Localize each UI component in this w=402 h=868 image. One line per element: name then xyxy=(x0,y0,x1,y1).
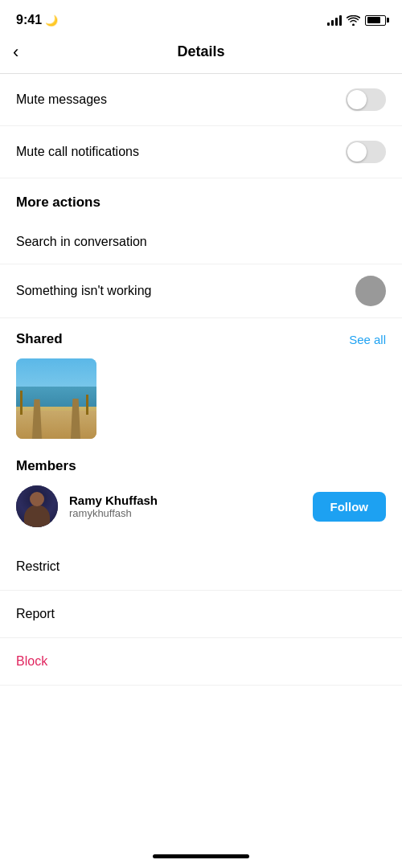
status-bar: 9:41 🌙 xyxy=(0,0,402,35)
report-issue-label: Something isn't working xyxy=(16,284,151,298)
signal-icon xyxy=(327,14,342,26)
shared-header: Shared See all xyxy=(16,331,386,347)
block-label: Block xyxy=(16,654,47,668)
status-icons xyxy=(327,14,386,26)
moon-icon: 🌙 xyxy=(45,14,58,27)
beach-fence-left xyxy=(20,391,23,415)
mute-messages-label: Mute messages xyxy=(16,92,107,107)
header: ‹ Details xyxy=(0,35,402,73)
shared-section: Shared See all xyxy=(0,318,402,445)
avatar-person xyxy=(24,505,50,527)
member-avatar xyxy=(16,485,58,527)
wifi-icon xyxy=(347,15,360,26)
shared-image[interactable] xyxy=(16,358,96,439)
block-row[interactable]: Block xyxy=(0,638,402,686)
more-actions-section-header: More actions xyxy=(0,178,402,220)
search-in-conversation-row[interactable]: Search in conversation xyxy=(0,220,402,264)
back-button[interactable]: ‹ xyxy=(13,42,18,63)
shared-title: Shared xyxy=(16,331,63,347)
report-label: Report xyxy=(16,607,55,620)
mute-calls-label: Mute call notifications xyxy=(16,145,139,159)
member-row: Ramy Khuffash ramykhuffash Follow xyxy=(16,485,386,527)
avatar-head xyxy=(30,492,44,506)
battery-icon xyxy=(365,15,386,26)
page-title: Details xyxy=(177,43,224,60)
beach-water xyxy=(16,387,96,407)
beach-sand xyxy=(16,411,96,439)
member-name: Ramy Khuffash xyxy=(69,493,302,507)
follow-button[interactable]: Follow xyxy=(313,492,387,522)
see-all-button[interactable]: See all xyxy=(349,333,386,346)
member-info: Ramy Khuffash ramykhuffash xyxy=(69,493,302,519)
member-username: ramykhuffash xyxy=(69,507,302,519)
members-title: Members xyxy=(16,458,386,474)
home-indicator xyxy=(153,854,249,858)
mute-messages-row: Mute messages xyxy=(0,74,402,126)
members-section: Members Ramy Khuffash ramykhuffash Follo… xyxy=(0,445,402,543)
mute-messages-toggle[interactable] xyxy=(346,88,386,111)
status-time: 9:41 xyxy=(16,13,42,27)
report-issue-row[interactable]: Something isn't working xyxy=(0,264,402,318)
mute-calls-row: Mute call notifications xyxy=(0,126,402,178)
restrict-label: Restrict xyxy=(16,559,59,573)
beach-fence-right xyxy=(86,395,88,415)
search-in-conversation-label: Search in conversation xyxy=(16,235,147,248)
report-issue-icon xyxy=(355,276,386,306)
mute-calls-toggle[interactable] xyxy=(346,141,386,163)
restrict-row[interactable]: Restrict xyxy=(0,543,402,591)
report-row[interactable]: Report xyxy=(0,591,402,638)
